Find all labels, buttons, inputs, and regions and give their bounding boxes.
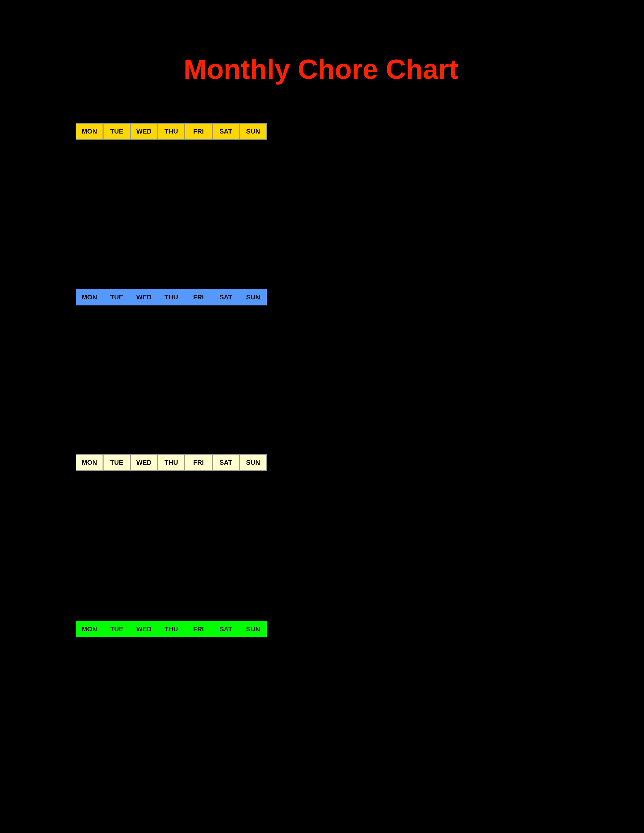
week3-sat: SAT <box>212 454 240 471</box>
week3-wed: WED <box>130 454 158 471</box>
week4-sun: SUN <box>240 621 267 637</box>
week3-sun: SUN <box>240 454 267 471</box>
week4-row: MON TUE WED THU FRI SAT SUN <box>76 621 267 637</box>
week1-sun: SUN <box>240 123 267 140</box>
week1-mon: MON <box>76 123 103 140</box>
week4-wed: WED <box>130 621 158 637</box>
week1-wed: WED <box>130 123 158 140</box>
week4-mon: MON <box>76 621 103 637</box>
week1-fri: FRI <box>185 123 212 140</box>
week2-fri: FRI <box>185 289 212 306</box>
week1-tue: TUE <box>103 123 130 140</box>
week3-row: MON TUE WED THU FRI SAT SUN <box>76 454 267 471</box>
week2-sat: SAT <box>212 289 240 306</box>
week2-wed: WED <box>130 289 158 306</box>
week2-thu: THU <box>158 289 185 306</box>
week2-row: MON TUE WED THU FRI SAT SUN <box>76 289 267 306</box>
week3-tue: TUE <box>103 454 130 471</box>
week3-thu: THU <box>158 454 185 471</box>
week2-tue: TUE <box>103 289 130 306</box>
week4-sat: SAT <box>212 621 240 637</box>
page-title: Monthly Chore Chart <box>184 53 468 85</box>
week4-tue: TUE <box>103 621 130 637</box>
week1-thu: THU <box>158 123 185 140</box>
week2-sun: SUN <box>240 289 267 306</box>
week4-thu: THU <box>158 621 185 637</box>
week3-mon: MON <box>76 454 103 471</box>
week1-row: MON TUE WED THU FRI SAT SUN <box>76 123 267 140</box>
week4-fri: FRI <box>185 621 212 637</box>
week3-fri: FRI <box>185 454 212 471</box>
week1-sat: SAT <box>212 123 240 140</box>
week2-mon: MON <box>76 289 103 306</box>
